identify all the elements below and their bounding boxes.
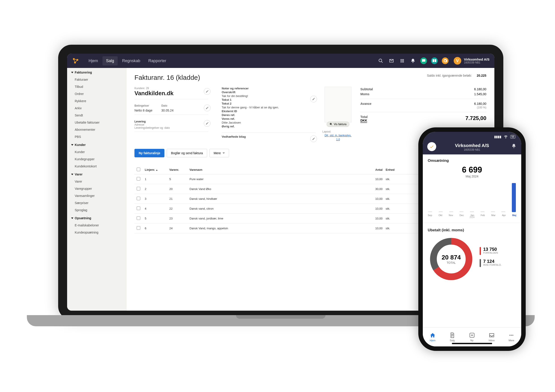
sidebar-section-opsaetning[interactable]: Opsætning <box>67 214 126 222</box>
svg-point-7 <box>509 335 510 335</box>
edit-notes-button[interactable] <box>310 96 317 102</box>
terms-label: Betingelser <box>134 104 152 107</box>
row-checkbox[interactable] <box>137 226 140 230</box>
col-itemno[interactable]: Varenr. <box>169 168 190 171</box>
sidebar-item[interactable]: Kundeopsætning <box>67 229 126 236</box>
sidebar-item[interactable]: Sproglag <box>67 207 126 214</box>
account-avatar-icon: V <box>454 57 461 64</box>
bar[interactable] <box>449 211 453 212</box>
legend-color-notdue <box>480 259 481 267</box>
sidebar-item[interactable]: Særpriser <box>67 199 126 207</box>
phone-bell-button[interactable] <box>511 143 516 149</box>
col-unit[interactable]: Enhed <box>386 168 406 171</box>
edit-customer-button[interactable] <box>204 88 211 95</box>
search-icon[interactable] <box>377 57 384 64</box>
sidebar-item[interactable]: PBS <box>67 133 126 140</box>
tab-inbox[interactable]: Inbox <box>489 332 495 342</box>
bar-label: Nov <box>449 214 453 217</box>
legend-color-overdue <box>480 247 481 255</box>
pencil-icon <box>205 106 209 109</box>
show-invoice-button[interactable]: Vis faktura <box>327 121 349 127</box>
sidebar-item[interactable]: Varegrupper <box>67 185 126 192</box>
sidebar-item[interactable]: Ordrer <box>67 90 126 97</box>
tab-salg[interactable]: Salg <box>449 332 455 342</box>
sidebar-item[interactable]: Varer <box>67 178 126 185</box>
account-name: Virksomhed A/S <box>464 58 489 61</box>
book-icon[interactable] <box>431 57 438 64</box>
sidebar-section-varer[interactable]: Varer <box>67 170 126 178</box>
gear-icon[interactable] <box>442 57 448 64</box>
post-send-button[interactable]: Bogfør og send faktura <box>167 149 207 157</box>
sidebar-item[interactable]: Kundegrupper <box>67 156 126 163</box>
ubetalt-legend: 13 750 FORFALDEN 7 124 IKKE FORFALD. <box>480 247 502 271</box>
attachments-head: Vedhæftede bilag <box>222 133 316 138</box>
bar[interactable] <box>428 211 432 212</box>
bar[interactable] <box>481 211 484 212</box>
tab-ny[interactable]: Ny <box>469 332 475 342</box>
terms-value: Netto 8 dage <box>134 107 152 112</box>
sidebar-item[interactable]: Kundekontokort <box>67 163 126 170</box>
oms-bar-chart[interactable]: SepOktNovDecJanFebMarAprMaj 2024 <box>428 181 516 219</box>
inbox-icon[interactable] <box>388 57 395 64</box>
tab-hjem[interactable]: Hjem <box>430 332 436 342</box>
sidebar-section-fakturering[interactable]: Fakturering <box>67 68 126 76</box>
sidebar-item[interactable]: Fakturaer <box>67 76 126 83</box>
col-line[interactable]: Linjenr. <box>145 168 169 171</box>
date-label: Dato <box>161 104 174 107</box>
invoice-preview-thumbnail <box>325 87 351 122</box>
bell-icon <box>511 143 516 148</box>
top-menu: Hjem Salg Regnskab Rapporter <box>85 56 170 65</box>
sidebar-item[interactable]: E-mailskabeloner <box>67 222 126 229</box>
new-line-button[interactable]: Ny fakturalinje <box>134 149 164 157</box>
edit-delivery-button[interactable] <box>204 120 211 127</box>
nav-regnskab[interactable]: Regnskab <box>118 56 144 65</box>
sidebar-item[interactable]: Ubetalte fakturaer <box>67 119 126 126</box>
nav-hjem[interactable]: Hjem <box>85 56 102 65</box>
bar-label: Sep <box>428 214 432 217</box>
sidebar-item[interactable]: Kunder <box>67 148 126 156</box>
more-button[interactable]: Mere <box>209 149 229 157</box>
bar[interactable] <box>470 211 474 212</box>
delivery-head: Levering <box>134 120 208 123</box>
col-qty[interactable]: Antal <box>365 168 386 171</box>
row-checkbox[interactable] <box>137 187 140 190</box>
customer-no-label: Kundenr. 29 <box>134 87 199 90</box>
account-switcher[interactable]: V Virksomhed A/S 1605339 NB1 <box>448 57 489 64</box>
bar-label: Dec <box>460 214 464 217</box>
edit-attachments-button[interactable] <box>310 135 317 142</box>
nav-salg[interactable]: Salg <box>102 56 118 65</box>
row-checkbox[interactable] <box>137 207 140 210</box>
bar[interactable] <box>501 211 505 212</box>
row-checkbox[interactable] <box>137 197 140 200</box>
apps-icon[interactable] <box>399 57 406 64</box>
bar-label: Apr <box>502 214 506 217</box>
row-checkbox[interactable] <box>137 177 140 181</box>
sidebar-item[interactable]: Tilbud <box>67 83 126 90</box>
bar[interactable] <box>460 211 463 212</box>
account-sub: 1605339 NB1 <box>464 61 489 64</box>
pencil-icon <box>312 97 315 100</box>
nav-rapporter[interactable]: Rapporter <box>145 56 170 65</box>
bar[interactable] <box>439 211 443 212</box>
bell-icon[interactable] <box>409 57 416 64</box>
layout-link[interactable]: DK, std. m. bankoplys. 1.0 <box>325 134 351 141</box>
sidebar-section-kunder[interactable]: Kunder <box>67 140 126 148</box>
bar[interactable] <box>491 211 495 212</box>
tab-mere[interactable]: Mere <box>509 332 514 342</box>
edit-terms-button[interactable] <box>204 105 211 111</box>
plus-icon <box>469 332 475 338</box>
row-checkbox[interactable] <box>137 216 140 220</box>
notes-block: Noter og referencer Overskrift Tak for d… <box>222 87 316 141</box>
col-name[interactable]: Varenavn <box>190 168 365 171</box>
donut-center-value: 20 874 <box>442 254 461 261</box>
sidebar-item[interactable]: Varesamlinger <box>67 192 126 199</box>
sidebar-item[interactable]: Sendt <box>67 112 126 119</box>
sidebar-item[interactable]: Abonnementer <box>67 126 126 133</box>
select-all-checkbox[interactable] <box>137 168 140 171</box>
sidebar-item[interactable]: Rykkere <box>67 97 126 105</box>
bar[interactable] <box>512 183 516 212</box>
chat-icon[interactable] <box>420 57 427 64</box>
phone-account-name: Virksomhed A/S <box>423 143 521 148</box>
ubetalt-donut-chart[interactable]: 20 874 TOTAL <box>428 235 475 283</box>
sidebar-item[interactable]: Arkiv <box>67 105 126 112</box>
